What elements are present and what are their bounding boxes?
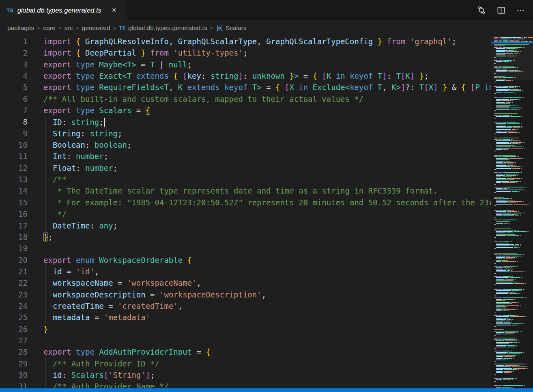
code-line[interactable]: /** Auth Provider ID */ (43, 358, 491, 369)
line-number[interactable]: 31 (0, 381, 28, 388)
code-line[interactable]: id = 'id', (43, 266, 491, 277)
line-number[interactable]: 26 (0, 323, 28, 335)
code-line[interactable]: export type Exact<T extends { [key: stri… (43, 70, 491, 82)
indent-guide (45, 277, 46, 289)
code-line[interactable]: * For example: "1985-04-12T23:20:50.52Z"… (43, 197, 491, 208)
minimap[interactable] (491, 36, 533, 388)
indent-guide (45, 300, 46, 312)
breadcrumb-item-packages[interactable]: packages (7, 24, 34, 32)
line-number[interactable]: 8 (0, 116, 28, 127)
line-number[interactable]: 2 (0, 47, 28, 58)
code-line[interactable]: export enum WorkspaceOrderable { (43, 254, 491, 266)
line-number[interactable]: 15 (0, 197, 28, 208)
breadcrumb-label: generated (82, 24, 110, 32)
code-line[interactable]: } (43, 323, 491, 335)
code-line[interactable]: }; (43, 231, 491, 243)
code-line[interactable]: /** Auth Provider Name */ (43, 381, 491, 388)
indent-guide (45, 116, 46, 127)
tab-global-db-types-generated[interactable]: TS global.db.types.generated.ts ✕ (0, 0, 127, 20)
code-line[interactable]: /** (43, 174, 491, 185)
line-number[interactable]: 21 (0, 266, 28, 277)
typescript-icon: TS (6, 7, 14, 13)
code-line[interactable]: import { DeepPartial } from 'utility-typ… (43, 47, 491, 58)
code-line[interactable]: /** All built-in and custom scalars, map… (43, 93, 491, 105)
breadcrumb: packages>core>src>generated>TSglobal.db.… (0, 20, 533, 36)
line-number[interactable]: 1 (0, 36, 28, 47)
breadcrumb-label: src (64, 24, 73, 32)
line-number[interactable]: 28 (0, 346, 28, 358)
tab-bar: TS global.db.types.generated.ts ✕ (0, 0, 533, 20)
line-number[interactable]: 14 (0, 185, 28, 196)
breadcrumb-item-scalars[interactable]: Scalars (216, 24, 247, 32)
code-line[interactable]: createdTime = 'createdTime', (43, 300, 491, 312)
code-line[interactable]: * The DateTime scalar type represents da… (43, 185, 491, 196)
breadcrumb-label: global.db.types.generated.ts (128, 24, 207, 32)
symbol-type-icon (216, 25, 223, 32)
code-line[interactable]: export type Scalars = { (43, 105, 491, 116)
typescript-icon: TS (119, 25, 126, 31)
line-number[interactable]: 13 (0, 174, 28, 185)
line-number[interactable]: 7 (0, 105, 28, 116)
minimap-row (494, 297, 532, 299)
code-line[interactable]: import { GraphQLResolveInfo, GraphQLScal… (43, 36, 491, 47)
code-line[interactable]: ID: string; (43, 116, 491, 127)
code-line[interactable]: export type AddAuthProviderInput = { (43, 346, 491, 358)
breadcrumb-label: core (43, 24, 56, 32)
breadcrumb-item-generated[interactable]: generated (82, 24, 110, 32)
line-number[interactable]: 11 (0, 151, 28, 162)
code-line[interactable]: String: string; (43, 128, 491, 139)
line-number[interactable]: 22 (0, 277, 28, 289)
indent-guide (45, 174, 46, 185)
line-number[interactable]: 27 (0, 335, 28, 346)
code-line[interactable]: DateTime: any; (43, 220, 491, 231)
indent-guide (45, 312, 46, 323)
indent-guide (45, 151, 46, 162)
line-number[interactable]: 19 (0, 243, 28, 254)
indent-guide (45, 128, 46, 139)
close-icon[interactable]: ✕ (110, 6, 118, 15)
line-number[interactable]: 17 (0, 220, 28, 231)
code-line[interactable] (43, 243, 491, 254)
line-number-gutter: 1234567891011121314151617181920212223242… (0, 36, 28, 388)
code-line[interactable] (43, 335, 491, 346)
code-line[interactable]: workspaceDescription = 'workspaceDescrip… (43, 289, 491, 300)
line-number[interactable]: 10 (0, 139, 28, 151)
code-line[interactable]: */ (43, 208, 491, 220)
indent-guide (45, 162, 46, 174)
code-line[interactable]: Boolean: boolean; (43, 139, 491, 151)
line-number[interactable]: 12 (0, 162, 28, 174)
line-number[interactable]: 23 (0, 289, 28, 300)
line-number[interactable]: 5 (0, 82, 28, 93)
code-editor: 1234567891011121314151617181920212223242… (0, 36, 533, 388)
code-line[interactable]: export type Maybe<T> = T | null; (43, 59, 491, 70)
line-number[interactable]: 3 (0, 59, 28, 70)
line-number[interactable]: 24 (0, 300, 28, 312)
code-line[interactable]: Float: number; (43, 162, 491, 174)
line-number[interactable]: 30 (0, 369, 28, 381)
line-number[interactable]: 18 (0, 231, 28, 243)
line-number[interactable]: 20 (0, 254, 28, 266)
code-line[interactable]: export type RequireFields<T, K extends k… (43, 82, 491, 93)
breadcrumb-item-src[interactable]: src (64, 24, 73, 32)
indent-guide (45, 197, 46, 208)
line-number[interactable]: 16 (0, 208, 28, 220)
more-actions-button[interactable] (514, 3, 527, 17)
compare-changes-button[interactable] (475, 3, 488, 17)
split-editor-button[interactable] (494, 3, 508, 17)
line-number[interactable]: 4 (0, 70, 28, 82)
code-content[interactable]: import { GraphQLResolveInfo, GraphQLScal… (43, 36, 491, 388)
code-line[interactable]: id: Scalars['String']; (43, 369, 491, 381)
breadcrumb-separator: > (37, 25, 40, 31)
line-number[interactable]: 9 (0, 128, 28, 139)
indent-guide (45, 289, 46, 300)
code-line[interactable]: metadata = 'metadata' (43, 312, 491, 323)
breadcrumb-item-core[interactable]: core (43, 24, 56, 32)
split-editor-icon (497, 6, 505, 15)
breadcrumb-item-global-db-types-generated-ts[interactable]: TSglobal.db.types.generated.ts (119, 24, 207, 32)
code-line[interactable]: workspaceName = 'workspaceName', (43, 277, 491, 289)
indent-guide (45, 220, 46, 231)
line-number[interactable]: 29 (0, 358, 28, 369)
line-number[interactable]: 25 (0, 312, 28, 323)
line-number[interactable]: 6 (0, 93, 28, 105)
code-line[interactable]: Int: number; (43, 151, 491, 162)
